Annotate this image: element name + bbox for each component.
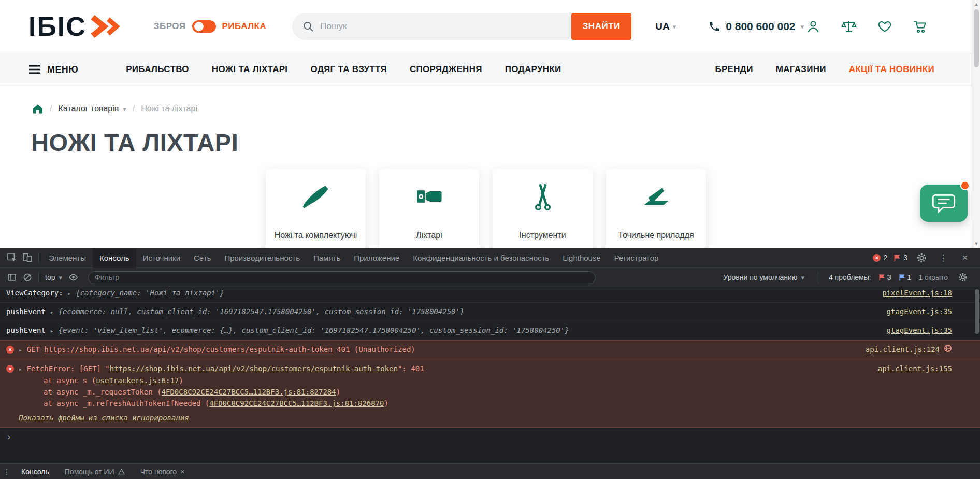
source-link[interactable]: gtagEvent.js:35 — [876, 306, 952, 317]
nav-item-stores[interactable]: МАГАЗИНИ — [776, 64, 826, 75]
devtools-close-icon[interactable]: × — [957, 250, 973, 265]
console-sidebar-icon[interactable] — [4, 270, 20, 285]
source-link[interactable]: api.client.js:124 — [855, 344, 940, 355]
nav-item-knives[interactable]: НОЖІ ТА ЛІХТАРІ — [212, 64, 288, 75]
prompt-chevron-icon: › — [6, 432, 11, 442]
search-button[interactable]: ЗНАЙТИ — [571, 13, 631, 40]
breadcrumb-catalog[interactable]: Каталог товарів ▾ — [58, 104, 126, 114]
console-filter-input[interactable] — [88, 271, 596, 284]
clear-console-icon[interactable] — [20, 270, 35, 285]
nav-item-gifts[interactable]: ПОДАРУНКИ — [505, 64, 561, 75]
source-link[interactable]: pixelEvent.js:18 — [872, 288, 952, 299]
category-label: Інструменти — [511, 217, 574, 241]
live-expression-eye-icon[interactable] — [65, 270, 81, 285]
devtools-settings-icon[interactable] — [914, 250, 929, 265]
stack-text: at async _m._requestToken ( — [44, 388, 162, 396]
nav-item-clothing[interactable]: ОДЯГ ТА ВЗУТТЯ — [310, 64, 387, 75]
tab-elements[interactable]: Элементы — [42, 248, 93, 268]
stack-source-link[interactable]: 4FD0C8C92CE24C27BCC5…112BF3.js:81:827284 — [162, 388, 336, 396]
mode-fishing-label[interactable]: РИБАЛКА — [222, 21, 267, 32]
nav-item-fishing[interactable]: РИБАЛЬСТВО — [126, 64, 189, 75]
wishlist-heart-icon[interactable] — [877, 19, 892, 34]
scrollbar-down-arrow[interactable]: ▼ — [972, 240, 980, 248]
device-toolbar-icon[interactable] — [20, 250, 35, 265]
object-preview[interactable]: {category_name: 'Ножі та ліхтарі'} — [76, 288, 224, 299]
console-prompt[interactable]: › — [0, 428, 980, 446]
mode-toggle-switch[interactable] — [192, 20, 216, 33]
problems-errors[interactable]: 3 — [878, 273, 891, 281]
nav-item-gear[interactable]: СПОРЯДЖЕННЯ — [410, 64, 482, 75]
object-preview[interactable]: {event: 'view_item_list', ecommerce: {…}… — [58, 325, 569, 336]
breadcrumb-separator: / — [133, 104, 135, 114]
show-ignored-frames-link[interactable]: Показать фреймы из списка игнорирования — [19, 414, 189, 422]
tab-sources[interactable]: Источники — [136, 248, 187, 268]
flashlight-icon — [414, 180, 445, 213]
category-label: Ліхтарі — [408, 217, 450, 241]
log-levels-selector[interactable]: Уровни по умолчанию ▾ — [723, 273, 804, 281]
console-scrollbar-thumb[interactable] — [975, 289, 979, 334]
tab-privacy-security[interactable]: Конфиденциальность и безопасность — [406, 248, 556, 268]
source-link[interactable]: gtagEvent.js:35 — [876, 325, 952, 336]
tab-lighthouse[interactable]: Lighthouse — [556, 248, 607, 268]
error-message: FetchError: [GET] "https://shop.ibis.net… — [27, 363, 424, 374]
category-card-sharpeners[interactable]: Точильне приладдя — [606, 169, 706, 248]
request-url-link[interactable]: https://shop.ibis.net.ua/api/v2/shop/cus… — [110, 364, 398, 373]
tab-application[interactable]: Приложение — [347, 248, 406, 268]
console-errors-badge[interactable]: × 2 — [873, 253, 887, 262]
ibis-logo[interactable]: ІБІС — [28, 11, 124, 42]
console-context-selector[interactable]: top ▾ — [45, 273, 62, 281]
mode-weapon-label[interactable]: ЗБРОЯ — [154, 21, 186, 32]
category-card-flashlights[interactable]: Ліхтарі — [379, 169, 479, 248]
drawer-tab-console[interactable]: Консоль — [13, 464, 57, 479]
hamburger-icon — [28, 64, 41, 75]
home-icon[interactable] — [32, 104, 44, 114]
nav-item-promos[interactable]: АКЦІЇ ТА НОВИНКИ — [849, 64, 934, 75]
page-scrollbar[interactable]: ▲ ▼ — [972, 0, 980, 248]
console-settings-icon[interactable] — [955, 270, 971, 285]
drawer-menu-icon[interactable]: ⋮ — [0, 468, 13, 476]
cart-icon[interactable] — [913, 19, 928, 34]
drawer-tab-ai-assistance[interactable]: Помощь от ИИ — [57, 464, 133, 479]
chat-notification-dot — [960, 181, 970, 190]
tab-recorder[interactable]: Регистратор — [608, 248, 666, 268]
network-request-icon[interactable] — [944, 344, 952, 356]
console-log-row: pushEvent ▸ {event: 'view_item_list', ec… — [0, 321, 980, 340]
stack-text: at async s ( — [44, 376, 96, 385]
account-icon[interactable] — [806, 19, 820, 34]
stack-frame: at async s (useTrackers.js:6:17) — [6, 375, 952, 386]
error-message: GET https://shop.ibis.net.ua/api/v2/shop… — [27, 344, 415, 355]
object-preview[interactable]: {ecommerce: null, custom_client_id: '169… — [58, 306, 464, 317]
expand-arrow-icon[interactable]: ▸ — [50, 306, 54, 318]
expand-arrow-icon[interactable]: ▸ — [19, 363, 22, 375]
phone-block[interactable]: 0 800 600 002 ▾ — [708, 20, 804, 33]
stack-source-link[interactable]: useTrackers.js:6:17 — [96, 376, 179, 385]
drawer-tab-whats-new[interactable]: Что нового × — [133, 464, 193, 479]
tab-console[interactable]: Консоль — [93, 248, 136, 268]
chat-widget-button[interactable] — [920, 185, 968, 222]
expand-arrow-icon[interactable]: ▸ — [19, 344, 22, 356]
nav-item-brands[interactable]: БРЕНДИ — [715, 64, 753, 75]
stack-source-link[interactable]: 4FD0C8C92CE24C27BCC5…112BF3.js:81:826870 — [209, 399, 384, 407]
compare-scales-icon[interactable] — [841, 19, 857, 34]
inspect-element-icon[interactable] — [4, 250, 20, 265]
tab-memory[interactable]: Память — [307, 248, 347, 268]
issues-badge[interactable]: 3 — [893, 253, 907, 262]
language-selector[interactable]: UA ▾ — [655, 21, 676, 32]
chevron-down-icon: ▾ — [801, 23, 804, 31]
devtools-menu-icon[interactable]: ⋮ — [935, 250, 951, 265]
problems-info[interactable]: 1 — [899, 273, 912, 281]
category-card-tools[interactable]: Інструменти — [493, 169, 593, 248]
request-url-link[interactable]: https://shop.ibis.net.ua/api/v2/shop/cus… — [44, 345, 332, 354]
scrollbar-thumb[interactable] — [974, 9, 979, 67]
expand-arrow-icon[interactable]: ▸ — [50, 325, 54, 336]
category-card-knives[interactable]: Ножі та комплектуючі — [266, 169, 366, 248]
scrollbar-up-arrow[interactable]: ▲ — [972, 0, 980, 8]
header-icons — [806, 19, 928, 34]
source-link[interactable]: api.client.js:155 — [868, 363, 952, 374]
tab-network[interactable]: Сеть — [187, 248, 218, 268]
menu-button[interactable]: МЕНЮ — [28, 64, 78, 75]
close-tab-icon[interactable]: × — [180, 464, 185, 479]
tab-performance[interactable]: Производительность — [218, 248, 307, 268]
expand-arrow-icon[interactable]: ▸ — [68, 288, 71, 299]
error-icon: × — [6, 365, 14, 373]
